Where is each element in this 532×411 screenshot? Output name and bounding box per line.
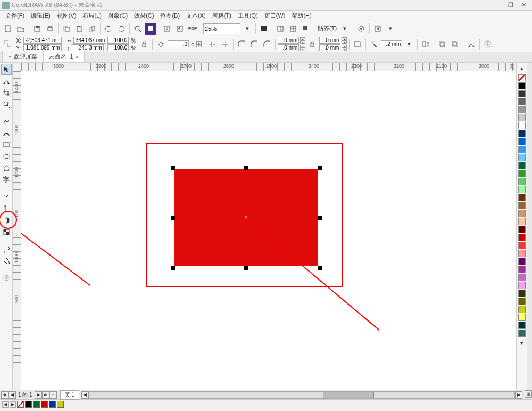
zoom-dropdown[interactable]: ▾ xyxy=(242,23,253,35)
rectangle-tool[interactable] xyxy=(1,139,12,150)
freehand-tool[interactable] xyxy=(1,116,12,127)
new-button[interactable] xyxy=(2,23,14,35)
snap-dropdown[interactable]: ▾ xyxy=(339,23,351,35)
selection-handle[interactable] xyxy=(244,266,248,270)
palette-chip[interactable] xyxy=(25,401,32,408)
color-chip[interactable] xyxy=(518,178,526,185)
add-button[interactable] xyxy=(482,38,494,50)
menu-table[interactable]: 表格(T) xyxy=(209,11,235,21)
artistic-media-tool[interactable] xyxy=(1,128,12,138)
to-front-button[interactable] xyxy=(436,38,448,50)
color-chip[interactable] xyxy=(518,82,526,89)
corner-chamfer-icon[interactable] xyxy=(261,38,273,50)
color-chip[interactable] xyxy=(518,314,526,321)
color-chip[interactable] xyxy=(518,322,526,329)
palette-chip[interactable] xyxy=(49,401,56,408)
palette-none[interactable] xyxy=(17,401,24,408)
zoom-input[interactable] xyxy=(203,23,240,34)
mirror-v-button[interactable] xyxy=(219,38,231,50)
next-page-button[interactable]: ▶ xyxy=(35,391,42,399)
menu-tools[interactable]: 工具(Q) xyxy=(235,11,261,21)
horizontal-ruler[interactable]: 3000 2900 2800 2700 2600 2500 2400 2300 … xyxy=(13,63,516,71)
menu-file[interactable]: 文件(F) xyxy=(2,11,28,21)
selection-handle[interactable] xyxy=(171,266,175,270)
color-chip[interactable] xyxy=(518,210,526,217)
color-chip[interactable] xyxy=(518,90,526,97)
menu-view[interactable]: 视图(V) xyxy=(54,11,80,21)
rel-corner-button[interactable] xyxy=(352,38,363,50)
menu-layout[interactable]: 布局(L) xyxy=(79,11,104,21)
print-button[interactable] xyxy=(44,23,56,35)
color-chip[interactable] xyxy=(518,306,526,313)
open-button[interactable] xyxy=(15,23,27,35)
text-tool[interactable]: 字 xyxy=(1,175,12,185)
snap-label[interactable]: 贴齐(T) xyxy=(317,24,338,32)
selection-handle[interactable] xyxy=(318,266,322,270)
selection-handle[interactable] xyxy=(171,166,175,170)
corner-br-input[interactable] xyxy=(319,44,340,51)
first-page-button[interactable]: ⏮ xyxy=(1,391,9,399)
fullscreen-button[interactable] xyxy=(258,23,270,35)
tab-welcome[interactable]: ⌂ 欢迎屏幕 xyxy=(2,51,43,62)
horizontal-scrollbar[interactable]: ◀ ▶ xyxy=(81,390,522,399)
export-button[interactable] xyxy=(161,23,173,35)
drop-shadow-tool[interactable] xyxy=(1,215,12,226)
shape-tool[interactable] xyxy=(1,76,12,86)
color-chip[interactable] xyxy=(518,130,526,137)
color-chip[interactable] xyxy=(518,98,526,105)
redo-button[interactable] xyxy=(115,23,127,35)
selection-handle[interactable] xyxy=(244,166,248,170)
eyedropper-tool[interactable] xyxy=(1,244,12,254)
import-button[interactable] xyxy=(145,23,156,35)
color-chip[interactable] xyxy=(518,298,526,305)
expand-toolbox-button[interactable] xyxy=(1,273,12,283)
selection-handle[interactable] xyxy=(318,166,322,170)
corner-tr-input[interactable] xyxy=(319,37,340,44)
mirror-h-button[interactable] xyxy=(206,38,218,50)
width-input[interactable] xyxy=(73,37,106,44)
scrollbar-thumb[interactable] xyxy=(323,392,374,398)
palette-chip[interactable] xyxy=(33,401,40,408)
menu-window[interactable]: 窗口(W) xyxy=(261,11,289,21)
drawing-canvas[interactable]: × xyxy=(21,71,516,390)
search-button[interactable] xyxy=(132,23,144,35)
color-chip[interactable] xyxy=(518,266,526,273)
save-button[interactable] xyxy=(31,23,43,35)
zoom-tool[interactable] xyxy=(1,99,12,110)
clone-button[interactable] xyxy=(86,23,98,35)
options-button[interactable] xyxy=(355,23,367,35)
undo-button[interactable] xyxy=(103,23,114,35)
color-chip[interactable] xyxy=(518,330,526,337)
color-chip[interactable] xyxy=(518,258,526,265)
publish-button[interactable] xyxy=(174,23,186,35)
crop-tool[interactable] xyxy=(1,87,12,98)
color-chip[interactable] xyxy=(518,194,526,201)
pick-tool[interactable] xyxy=(1,64,12,75)
vertical-ruler[interactable]: 900 1000 1100 1200 1300 1400 xyxy=(13,71,21,390)
outline-dropdown[interactable]: ▾ xyxy=(403,38,415,50)
selection-handle[interactable] xyxy=(318,216,322,220)
palette-down-button[interactable]: ▾ xyxy=(520,340,523,347)
scale-x-input[interactable] xyxy=(107,37,129,44)
color-chip[interactable] xyxy=(518,282,526,289)
palette-left-button[interactable]: ◀ xyxy=(2,401,9,408)
color-chip[interactable] xyxy=(518,162,526,169)
outline-width-input[interactable] xyxy=(381,40,402,47)
fill-tool[interactable] xyxy=(1,256,12,266)
parallel-dim-tool[interactable] xyxy=(1,192,12,202)
palette-chip[interactable] xyxy=(57,401,64,408)
menu-text[interactable]: 文本(X) xyxy=(183,11,209,21)
convert-curves-button[interactable] xyxy=(466,38,477,50)
color-chip[interactable] xyxy=(518,114,526,121)
rotation-input[interactable] xyxy=(168,40,189,47)
corner-tl-input[interactable] xyxy=(278,37,299,44)
grid1-button[interactable] xyxy=(275,23,286,35)
pos-x-input[interactable] xyxy=(23,37,62,44)
color-chip[interactable] xyxy=(518,218,526,225)
page-tab-1[interactable]: 页 1 xyxy=(60,390,79,400)
color-chip[interactable] xyxy=(518,122,526,129)
color-chip[interactable] xyxy=(518,146,526,153)
menu-bitmap[interactable]: 位图(B) xyxy=(157,11,183,21)
minimize-button[interactable]: — xyxy=(492,1,504,10)
grid3-button[interactable] xyxy=(300,23,312,35)
